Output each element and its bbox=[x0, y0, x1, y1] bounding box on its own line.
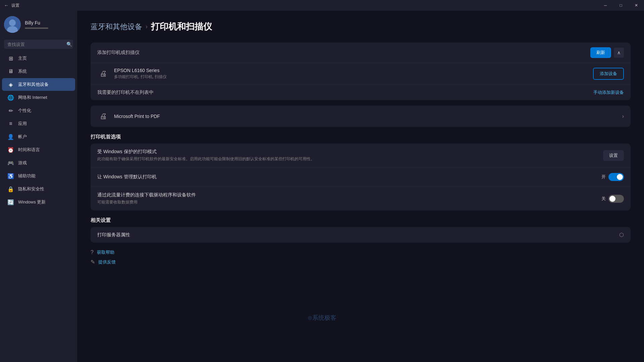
toggle-label-manage-default: 开 bbox=[601, 174, 606, 180]
breadcrumb: 蓝牙和其他设备 › 打印机和扫描仪 bbox=[91, 21, 631, 33]
sidebar-item-accounts[interactable]: 👤 帐户 bbox=[2, 130, 75, 143]
help-link-0[interactable]: ? 获取帮助 bbox=[91, 249, 631, 255]
sidebar-item-apps[interactable]: ≡ 应用 bbox=[2, 117, 75, 130]
epson-name: EPSON L6160 Series bbox=[114, 68, 593, 73]
setting-button-protected[interactable]: 设置 bbox=[603, 150, 624, 161]
sidebar-item-games[interactable]: 🎮 游戏 bbox=[2, 157, 75, 169]
toggle-wrap-manage-default: 开 bbox=[601, 173, 624, 181]
breadcrumb-separator: › bbox=[146, 23, 148, 30]
search-box[interactable]: 🔍 bbox=[4, 40, 73, 49]
option-label-metered: 通过此流量计费的连接下载驱动程序和设备软件 bbox=[97, 192, 601, 198]
add-printer-title: 添加打印机或扫描仪 bbox=[97, 50, 140, 56]
sidebar-item-update[interactable]: 🔄 Windows 更新 bbox=[2, 196, 75, 208]
sidebar-label-privacy: 隐私和安全性 bbox=[18, 186, 44, 192]
sidebar-label-accounts: 帐户 bbox=[18, 134, 27, 140]
option-row-protected: 受 Windows 保护的打印模式 此功能有助于确保采用打印机软件的最新安全标准… bbox=[91, 143, 631, 168]
breadcrumb-parent[interactable]: 蓝牙和其他设备 bbox=[91, 22, 142, 32]
sidebar-item-network[interactable]: 🌐 网络和 Internet bbox=[2, 91, 75, 104]
epson-sub: 多功能打印机, 打印机, 扫描仪 bbox=[114, 74, 593, 80]
help-link-icon-0: ? bbox=[91, 249, 94, 255]
sidebar-label-time: 时间和语言 bbox=[18, 147, 40, 153]
sidebar-label-apps: 应用 bbox=[18, 121, 27, 127]
collapse-button[interactable]: ∧ bbox=[614, 48, 624, 58]
accounts-icon: 👤 bbox=[7, 133, 14, 140]
ms-pdf-name: Microsoft Print to PDF bbox=[114, 114, 622, 119]
user-profile[interactable]: Billy Fu bbox=[0, 11, 77, 38]
printer-options-title: 打印机首选项 bbox=[91, 134, 631, 140]
system-icon: 🖥 bbox=[7, 68, 14, 75]
close-button[interactable]: ✕ bbox=[629, 0, 644, 11]
option-desc-metered: 可能需要收取数据费用 bbox=[97, 199, 332, 205]
titlebar-title: 设置 bbox=[11, 3, 19, 8]
maximize-button[interactable]: □ bbox=[613, 0, 629, 11]
avatar bbox=[4, 16, 21, 33]
option-row-manage-default: 让 Windows 管理默认打印机 开 bbox=[91, 168, 631, 187]
missing-printer-text: 我需要的打印机不在列表中 bbox=[97, 89, 154, 96]
option-label-manage-default: 让 Windows 管理默认打印机 bbox=[97, 174, 601, 180]
svg-point-1 bbox=[9, 19, 16, 26]
related-text-0: 打印服务器属性 bbox=[97, 232, 130, 238]
user-name: Billy Fu bbox=[25, 20, 48, 25]
toggle-label-metered: 关 bbox=[601, 196, 606, 202]
main-layout: Billy Fu 🔍 ⊞ 主页 🖥 系统 ◈ 蓝牙和其他设备 🌐 网络和 Int… bbox=[0, 11, 644, 362]
sidebar-item-home[interactable]: ⊞ 主页 bbox=[2, 52, 75, 65]
home-icon: ⊞ bbox=[7, 55, 14, 62]
content-area: 蓝牙和其他设备 › 打印机和扫描仪 添加打印机或扫描仪 刷新 ∧ 🖨 EPSON… bbox=[77, 11, 644, 362]
ms-pdf-card[interactable]: 🖨 Microsoft Print to PDF › bbox=[91, 106, 631, 127]
titlebar-controls: ─ □ ✕ bbox=[598, 0, 644, 11]
help-link-1[interactable]: ✎ 提供反馈 bbox=[91, 259, 631, 265]
sidebar-item-privacy[interactable]: 🔒 隐私和安全性 bbox=[2, 183, 75, 195]
network-icon: 🌐 bbox=[7, 94, 14, 101]
option-info-manage-default: 让 Windows 管理默认打印机 bbox=[97, 174, 601, 180]
related-row-0[interactable]: 打印服务器属性 ⬡ bbox=[91, 227, 631, 243]
help-links: ? 获取帮助 ✎ 提供反馈 bbox=[91, 249, 631, 265]
help-link-label-0: 获取帮助 bbox=[97, 249, 114, 255]
chevron-right-icon: › bbox=[622, 113, 624, 119]
sidebar-label-home: 主页 bbox=[18, 55, 27, 61]
breadcrumb-current: 打印机和扫描仪 bbox=[151, 21, 212, 33]
ms-pdf-item[interactable]: 🖨 Microsoft Print to PDF › bbox=[91, 106, 631, 127]
epson-info: EPSON L6160 Series 多功能打印机, 打印机, 扫描仪 bbox=[114, 68, 593, 80]
sidebar: Billy Fu 🔍 ⊞ 主页 🖥 系统 ◈ 蓝牙和其他设备 🌐 网络和 Int… bbox=[0, 11, 77, 362]
minimize-button[interactable]: ─ bbox=[598, 0, 613, 11]
header-right: 刷新 ∧ bbox=[590, 47, 624, 58]
toggle-thumb-manage-default bbox=[617, 174, 623, 180]
sidebar-item-accessibility[interactable]: ♿ 辅助功能 bbox=[2, 170, 75, 182]
user-info: Billy Fu bbox=[25, 20, 48, 29]
search-icon[interactable]: 🔍 bbox=[66, 42, 72, 47]
missing-printer-row: 我需要的打印机不在列表中 手动添加新设备 bbox=[91, 84, 631, 100]
add-device-button[interactable]: 添加设备 bbox=[593, 68, 624, 80]
sidebar-item-system[interactable]: 🖥 系统 bbox=[2, 65, 75, 78]
games-icon: 🎮 bbox=[7, 160, 14, 166]
sidebar-label-accessibility: 辅助功能 bbox=[18, 173, 36, 179]
toggle-metered[interactable] bbox=[608, 195, 624, 203]
toggle-wrap-metered: 关 bbox=[601, 195, 624, 203]
sidebar-label-system: 系统 bbox=[18, 68, 27, 74]
time-icon: ⏰ bbox=[7, 146, 14, 153]
help-link-label-1: 提供反馈 bbox=[98, 259, 116, 265]
refresh-button[interactable]: 刷新 bbox=[590, 47, 611, 58]
nav-list: ⊞ 主页 🖥 系统 ◈ 蓝牙和其他设备 🌐 网络和 Internet ✏ 个性化… bbox=[0, 52, 77, 209]
titlebar: ← 设置 ─ □ ✕ bbox=[0, 0, 644, 11]
update-icon: 🔄 bbox=[7, 199, 14, 205]
option-desc-protected: 此功能有助于确保采用打印机软件的最新安全标准。启用此功能可能会限制使用旧的默认安… bbox=[97, 156, 332, 162]
toggle-thumb-metered bbox=[609, 196, 615, 202]
sidebar-item-personalization[interactable]: ✏ 个性化 bbox=[2, 104, 75, 117]
toggle-manage-default[interactable] bbox=[608, 173, 624, 181]
apps-icon: ≡ bbox=[7, 120, 14, 127]
option-row-metered: 通过此流量计费的连接下载驱动程序和设备软件 可能需要收取数据费用 关 bbox=[91, 187, 631, 210]
bluetooth-icon: ◈ bbox=[7, 81, 14, 88]
help-link-icon-1: ✎ bbox=[91, 259, 95, 265]
sidebar-label-personalization: 个性化 bbox=[18, 108, 31, 114]
titlebar-left: ← 设置 bbox=[4, 3, 19, 8]
sidebar-item-bluetooth[interactable]: ◈ 蓝牙和其他设备 bbox=[2, 78, 75, 91]
back-icon[interactable]: ← bbox=[4, 3, 9, 8]
sidebar-item-time[interactable]: ⏰ 时间和语言 bbox=[2, 143, 75, 156]
manual-add-link[interactable]: 手动添加新设备 bbox=[593, 89, 624, 96]
printer-icon: 🖨 bbox=[97, 68, 109, 80]
printer-options-card: 受 Windows 保护的打印模式 此功能有助于确保采用打印机软件的最新安全标准… bbox=[91, 143, 631, 210]
user-bar bbox=[25, 27, 48, 29]
related-settings-card: 打印服务器属性 ⬡ bbox=[91, 227, 631, 243]
search-input[interactable] bbox=[7, 42, 64, 47]
sidebar-label-update: Windows 更新 bbox=[18, 199, 46, 205]
